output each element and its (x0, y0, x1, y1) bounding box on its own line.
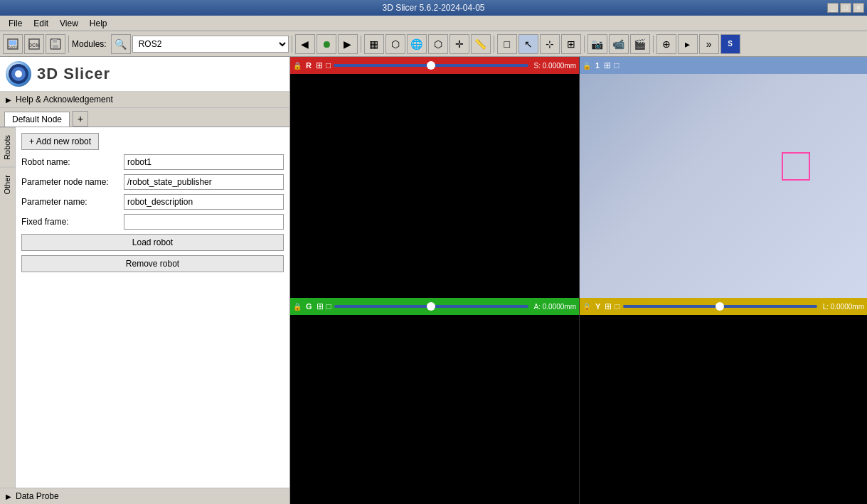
ruler-button[interactable]: 📏 (471, 34, 491, 54)
menubar: File Edit View Help (0, 16, 867, 31)
cube-button[interactable]: ⬡ (385, 34, 405, 54)
green-slice-slider (334, 305, 528, 308)
scene-button[interactable]: ⬡ (428, 34, 448, 54)
data-probe-section[interactable]: ▶ Data Probe (0, 488, 289, 504)
three-cube-icon[interactable]: ⊞ (604, 60, 611, 70)
robot-form: + Add new robot Robot name: Parameter no… (16, 127, 289, 488)
green-slice-value: A: 0.0000mm (534, 303, 576, 311)
red-slice-slider (334, 64, 528, 67)
side-tab-robots[interactable]: Robots (0, 127, 15, 167)
green-frame-icon[interactable]: □ (326, 301, 331, 311)
yellow-slice-slider (623, 305, 817, 308)
logo-area: 3D Slicer (0, 57, 289, 92)
layout-button[interactable]: ▦ (364, 34, 384, 54)
three-frame-icon[interactable]: □ (614, 60, 619, 70)
red-slice-canvas[interactable] (290, 74, 579, 298)
modules-select[interactable]: ROS2 (132, 36, 289, 53)
snapshot-button[interactable]: 📷 (587, 34, 607, 54)
slicer-icon-button[interactable]: S (720, 34, 740, 54)
fixed-frame-row: Fixed frame: (21, 214, 284, 230)
close-button[interactable]: × (853, 3, 864, 13)
transform-button[interactable]: ⊹ (540, 34, 560, 54)
three-d-canvas[interactable] (580, 74, 867, 298)
next-module-button[interactable]: ▶ (338, 34, 358, 54)
separator-2 (292, 36, 292, 53)
prev-module-button[interactable]: ◀ (295, 34, 315, 54)
more-button[interactable]: ▸ (678, 34, 698, 54)
maximize-button[interactable]: □ (840, 3, 851, 13)
yellow-slice-slider-container (623, 301, 817, 311)
yellow-link-icon[interactable]: ⊞ (605, 301, 612, 311)
crosshair-button[interactable]: ✛ (450, 34, 469, 54)
yellow-slice-canvas[interactable] (580, 315, 867, 504)
param-node-row: Parameter node name: (21, 174, 284, 190)
svg-point-10 (15, 70, 22, 77)
extend-button[interactable]: » (699, 34, 719, 54)
yellow-frame-icon[interactable]: □ (615, 301, 619, 311)
capture-button[interactable]: 🎬 (630, 34, 650, 54)
yellow-slice-thumb[interactable] (716, 302, 724, 311)
green-link-icon[interactable]: ⊞ (317, 301, 324, 311)
red-lock-icon[interactable]: 🔒 (293, 62, 302, 70)
green-lock-icon[interactable]: 🔒 (293, 303, 302, 311)
menu-edit[interactable]: Edit (28, 17, 54, 30)
green-slice-slider-container (334, 301, 528, 311)
remove-robot-button[interactable]: Remove robot (21, 255, 284, 272)
load-robot-button[interactable]: Load robot (21, 234, 284, 251)
menu-file[interactable]: File (3, 17, 28, 30)
red-slice-value: S: 0.0000mm (534, 62, 576, 70)
param-node-label: Parameter node name: (21, 177, 121, 187)
separator-5 (584, 36, 585, 53)
fixed-frame-input[interactable] (124, 214, 284, 230)
minimize-button[interactable]: _ (827, 3, 839, 13)
search-module-button[interactable]: 🔍 (111, 34, 131, 54)
red-slice-thumb[interactable] (427, 61, 435, 70)
record-button[interactable]: 📹 (609, 34, 629, 54)
three-d-label: 1 (595, 61, 600, 70)
menu-view[interactable]: View (54, 17, 84, 30)
home-button[interactable]: ⏺ (317, 34, 336, 54)
three-d-selection-box (782, 152, 810, 181)
param-name-input[interactable] (124, 194, 284, 210)
add-tab-button[interactable]: + (73, 111, 88, 127)
separator-4 (494, 36, 494, 53)
side-tabs: Robots Other (0, 127, 16, 488)
side-tab-other[interactable]: Other (0, 167, 15, 202)
crosshair2-button[interactable]: ⊕ (656, 34, 676, 54)
data-store-button[interactable]: DATA (3, 34, 23, 54)
modules-label: Modules: (72, 39, 107, 49)
red-slice-slider-container (334, 60, 528, 70)
green-slice-canvas[interactable] (290, 315, 579, 504)
green-slice-thumb[interactable] (427, 302, 435, 311)
yellow-lock-icon[interactable]: 🔒 (583, 303, 591, 311)
separator-1 (68, 36, 69, 53)
three-lock-icon[interactable]: 🔒 (583, 62, 591, 70)
green-slice-label: G (306, 302, 312, 311)
select-button[interactable]: ↖ (518, 34, 538, 54)
left-panel: 3D Slicer ▶ Help & Acknowledgement Defau… (0, 57, 290, 504)
fixed-frame-label: Fixed frame: (21, 217, 121, 227)
data-probe-arrow-icon: ▶ (6, 493, 11, 500)
save-button[interactable] (46, 34, 65, 54)
annotate-button[interactable]: ⊞ (561, 34, 581, 54)
menu-help[interactable]: Help (84, 17, 113, 30)
red-slice-header: 🔒 R ⊞ □ S: 0.0000mm (290, 57, 579, 74)
slice-button[interactable]: □ (497, 34, 517, 54)
data-probe-label: Data Probe (16, 491, 59, 501)
param-node-input[interactable] (124, 174, 284, 190)
app-logo (6, 61, 31, 87)
yellow-slice-view: 🔒 Y ⊞ □ L: 0.0000mm (580, 298, 867, 504)
svg-rect-1 (9, 41, 16, 45)
red-link-icon[interactable]: ⊞ (316, 60, 323, 70)
tab-default-node[interactable]: Default Node (4, 112, 70, 127)
window-title: 3D Slicer 5.6.2-2024-04-05 (382, 3, 484, 13)
green-slice-header: 🔒 G ⊞ □ A: 0.0000mm (290, 298, 579, 315)
dcm-button[interactable]: DCM (24, 34, 44, 54)
red-frame-icon[interactable]: □ (326, 60, 331, 70)
param-name-row: Parameter name: (21, 194, 284, 210)
window-controls[interactable]: _ □ × (827, 3, 864, 13)
earth-button[interactable]: 🌐 (407, 34, 427, 54)
add-robot-button[interactable]: + Add new robot (21, 133, 99, 150)
help-acknowledgement-section[interactable]: ▶ Help & Acknowledgement (0, 92, 289, 108)
robot-name-input[interactable] (124, 154, 284, 170)
